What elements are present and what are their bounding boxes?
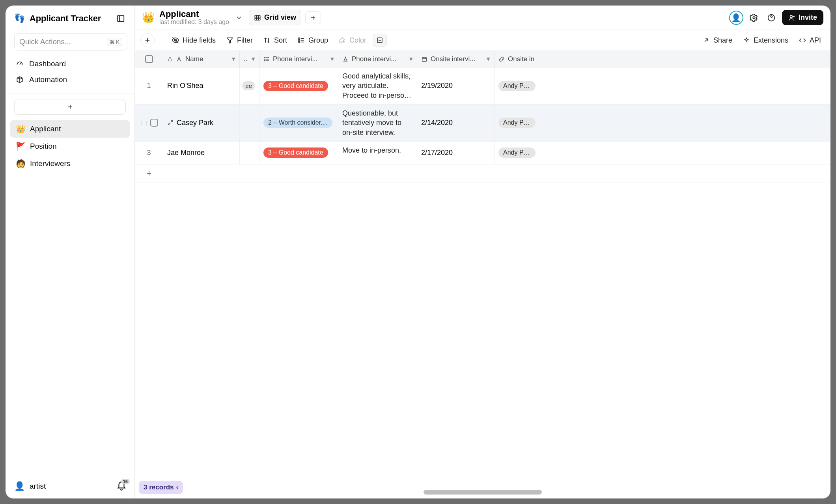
column-header-onsite-interviewer[interactable]: Onsite in bbox=[495, 51, 539, 67]
sidebar-table-interviewers[interactable]: 🧑 Interviewers bbox=[10, 155, 130, 172]
cell-onsite-date[interactable]: 2/14/2020 bbox=[417, 105, 495, 141]
quick-actions-input[interactable]: Quick Actions... ⌘ K bbox=[14, 33, 127, 50]
notifications-button[interactable]: 16 bbox=[116, 481, 127, 491]
color-button[interactable]: Color bbox=[334, 34, 370, 47]
sparkle-icon bbox=[743, 37, 750, 44]
cell-onsite-date[interactable]: 2/19/2020 bbox=[417, 67, 495, 104]
svg-rect-32 bbox=[169, 59, 172, 61]
app-title: Applicant Tracker bbox=[30, 13, 109, 24]
cell-phone-notes[interactable]: Good analytical skills, very articulate.… bbox=[338, 67, 417, 104]
svg-rect-23 bbox=[299, 38, 300, 39]
extensions-button[interactable]: Extensions bbox=[739, 34, 792, 47]
invite-button[interactable]: Invite bbox=[782, 10, 823, 25]
column-header-phone-score[interactable]: Phone intervi... ▾ bbox=[259, 51, 338, 67]
cell-onsite-interviewer[interactable]: Andy Park bbox=[495, 105, 539, 141]
emoji-icon: 👑 bbox=[16, 124, 25, 134]
expand-record-icon[interactable] bbox=[167, 119, 174, 126]
column-header-truncated[interactable]: .. ▾ bbox=[240, 51, 259, 67]
chevron-down-icon[interactable]: ▾ bbox=[409, 55, 413, 63]
color-icon bbox=[338, 37, 346, 44]
text-icon bbox=[176, 56, 182, 62]
filter-button[interactable]: Filter bbox=[222, 34, 257, 47]
table-row[interactable]: ⋮⋮ Casey Park2 – Worth consider....Quest… bbox=[135, 105, 830, 142]
sidebar-table-label: Position bbox=[30, 142, 57, 151]
checkbox-icon bbox=[145, 55, 153, 63]
sidebar-table-label: Applicant bbox=[30, 125, 61, 133]
svg-rect-40 bbox=[422, 57, 427, 62]
add-row-button[interactable]: + bbox=[141, 168, 157, 179]
score-pill: 2 – Worth consider.... bbox=[263, 118, 332, 128]
sidebar-table-position[interactable]: 🚩 Position bbox=[10, 138, 130, 155]
cell-truncated[interactable]: ee bbox=[240, 67, 259, 104]
record-count-pill[interactable]: 3 records ‹ bbox=[139, 481, 183, 494]
cell-name[interactable]: Jae Monroe bbox=[163, 142, 240, 164]
invite-label: Invite bbox=[799, 13, 817, 22]
quick-actions-shortcut: ⌘ K bbox=[107, 38, 122, 46]
cell-onsite-interviewer[interactable]: Andy Park bbox=[495, 142, 539, 164]
view-picker-button[interactable]: Grid view bbox=[249, 10, 301, 25]
sort-button[interactable]: Sort bbox=[259, 34, 291, 47]
cell-phone-notes[interactable]: Questionable, but tentatively move to on… bbox=[338, 105, 417, 141]
calendar-icon bbox=[421, 56, 427, 62]
sidebar-nav: Dashboard Automation bbox=[6, 54, 134, 89]
add-record-button[interactable] bbox=[140, 33, 155, 47]
sidebar-item-automation[interactable]: Automation bbox=[10, 72, 130, 88]
horizontal-scrollbar[interactable] bbox=[424, 490, 542, 495]
settings-button[interactable] bbox=[747, 11, 761, 24]
share-icon bbox=[702, 37, 710, 44]
cell-name[interactable]: Rin O'Shea bbox=[163, 67, 240, 104]
collapse-sidebar-button[interactable] bbox=[114, 12, 127, 25]
api-button[interactable]: API bbox=[795, 34, 825, 47]
chevron-down-icon[interactable]: ▾ bbox=[487, 55, 490, 63]
share-button[interactable]: Share bbox=[698, 34, 736, 47]
group-button[interactable]: Group bbox=[293, 34, 332, 47]
add-view-button[interactable] bbox=[305, 11, 321, 24]
column-header-name[interactable]: Name ▾ bbox=[163, 51, 240, 67]
table-row[interactable]: 3Jae Monroe3 – Good candidateMove to in-… bbox=[135, 142, 830, 164]
cell-onsite-interviewer[interactable]: Andy Park bbox=[495, 67, 539, 104]
last-modified-label: last modified: 3 days ago bbox=[159, 19, 229, 26]
sidebar-item-label: Dashboard bbox=[29, 60, 66, 68]
column-header-onsite-date[interactable]: Onsite intervi... ▾ bbox=[417, 51, 495, 67]
svg-point-36 bbox=[264, 57, 265, 58]
cell-phone-score[interactable]: 2 – Worth consider.... bbox=[259, 105, 338, 141]
gauge-icon bbox=[16, 60, 24, 68]
sidebar-tables: 👑 Applicant 🚩 Position 🧑 Interviewers bbox=[6, 120, 134, 172]
interviewer-pill: Andy Park bbox=[498, 147, 536, 158]
code-icon bbox=[799, 37, 806, 44]
help-button[interactable] bbox=[765, 11, 778, 24]
add-table-button[interactable] bbox=[14, 99, 126, 115]
hide-fields-button[interactable]: Hide fields bbox=[168, 34, 220, 47]
row-height-button[interactable] bbox=[373, 34, 387, 47]
chevron-down-icon[interactable]: ▾ bbox=[232, 55, 235, 63]
emoji-icon: 🚩 bbox=[16, 142, 25, 151]
current-user-avatar[interactable]: 👤 bbox=[729, 11, 743, 25]
select-all-header[interactable] bbox=[135, 51, 163, 67]
list-icon bbox=[263, 56, 270, 62]
chevron-down-icon[interactable]: ▾ bbox=[252, 55, 255, 63]
sidebar-item-dashboard[interactable]: Dashboard bbox=[10, 56, 130, 72]
row-number: 1 bbox=[135, 67, 163, 104]
svg-point-29 bbox=[343, 41, 344, 42]
column-header-phone-notes[interactable]: Phone intervi... ▾ bbox=[338, 51, 417, 67]
sidebar-footer: 👤 artist 16 bbox=[6, 476, 134, 498]
cell-phone-score[interactable]: 3 – Good candidate bbox=[259, 142, 338, 164]
table-menu-button[interactable] bbox=[233, 12, 245, 24]
sidebar: 👣 Applicant Tracker Quick Actions... ⌘ K… bbox=[6, 6, 135, 498]
cell-phone-score[interactable]: 3 – Good candidate bbox=[259, 67, 338, 104]
cell-phone-notes[interactable]: Move to in-person. bbox=[338, 142, 417, 164]
user-avatar-icon[interactable]: 👤 bbox=[14, 481, 25, 491]
sort-icon bbox=[263, 37, 271, 44]
svg-line-2 bbox=[20, 63, 21, 64]
cell-name[interactable]: Casey Park bbox=[163, 105, 240, 141]
view-label: Grid view bbox=[264, 13, 296, 22]
row-checkbox[interactable] bbox=[150, 119, 158, 127]
cell-onsite-date[interactable]: 2/17/2020 bbox=[417, 142, 495, 164]
emoji-icon: 🧑 bbox=[16, 159, 25, 168]
cell-truncated[interactable] bbox=[240, 142, 259, 164]
table-row[interactable]: 1Rin O'Sheaee3 – Good candidateGood anal… bbox=[135, 67, 830, 105]
drag-handle-icon[interactable]: ⋮⋮ bbox=[138, 119, 149, 126]
chevron-down-icon[interactable]: ▾ bbox=[330, 55, 334, 63]
cell-truncated[interactable] bbox=[240, 105, 259, 141]
sidebar-table-applicant[interactable]: 👑 Applicant bbox=[10, 120, 130, 138]
